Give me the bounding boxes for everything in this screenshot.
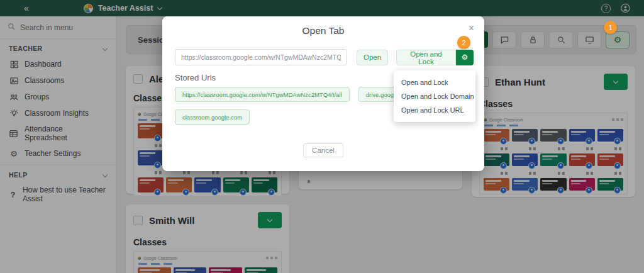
url-input[interactable]	[175, 49, 347, 65]
stored-url-chip[interactable]: https://classroom.google.com/w/NTgwMDAwN…	[175, 87, 350, 102]
close-icon[interactable]: ×	[469, 23, 474, 34]
lock-options-gear-button[interactable]: ⚙	[456, 50, 474, 65]
menu-item-open-and-lock-url[interactable]: Open and Lock URL	[394, 103, 475, 117]
app-root: « Teacher Assist ? TEACHERDashboardClass…	[0, 0, 644, 273]
open-button[interactable]: Open	[357, 50, 388, 65]
step-badge-2: 2	[457, 36, 470, 49]
gear-icon: ⚙	[462, 53, 469, 62]
lock-options-menu: Open and LockOpen and Lock DomainOpen an…	[394, 70, 475, 122]
open-and-lock-button[interactable]: Open and Lock	[396, 50, 456, 65]
stored-url-chip[interactable]: classroom.google.com	[175, 109, 250, 125]
menu-item-open-and-lock[interactable]: Open and Lock	[394, 75, 475, 89]
cancel-button[interactable]: Cancel	[303, 143, 343, 157]
modal-title: Open Tab	[162, 16, 484, 36]
stored-urls-label: Stored Urls	[175, 73, 216, 82]
step-badge-1: 1	[604, 21, 617, 34]
menu-item-open-and-lock-domain[interactable]: Open and Lock Domain	[394, 89, 475, 103]
